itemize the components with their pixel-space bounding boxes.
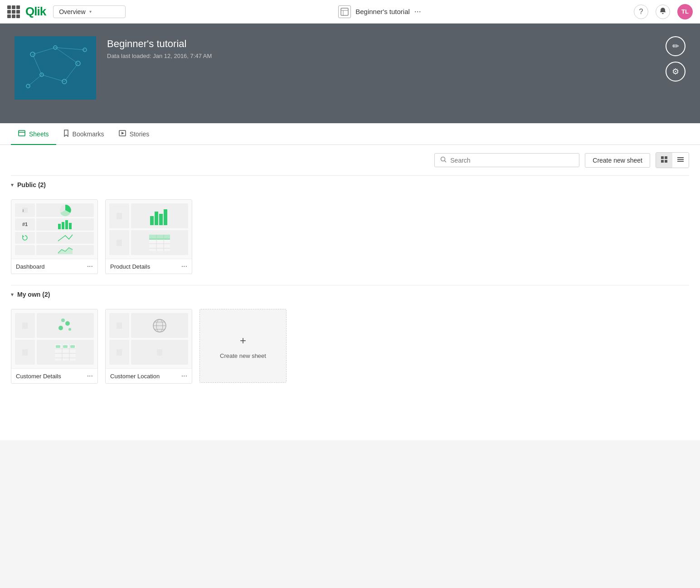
svg-rect-57 — [22, 349, 28, 356]
apps-menu-icon[interactable] — [7, 5, 20, 18]
hero-title: Beginner's tutorial — [107, 38, 212, 50]
hero-subtitle: Data last loaded: Jan 12, 2016, 7:47 AM — [107, 53, 212, 59]
avatar-initials: TL — [681, 8, 689, 15]
dash-refresh-widget — [15, 232, 35, 244]
stories-icon — [119, 130, 126, 138]
app-title: Beginner's tutorial — [355, 8, 410, 15]
edit-icon: ✏ — [672, 41, 679, 51]
svg-marker-21 — [122, 132, 124, 135]
view-toggle — [656, 152, 689, 168]
dash-line-widget — [36, 232, 94, 244]
hero-section: Beginner's tutorial Data last loaded: Ja… — [0, 24, 700, 123]
my-own-section-label: My own (2) — [17, 291, 50, 298]
tab-stories-label: Stories — [130, 130, 150, 138]
svg-rect-26 — [661, 160, 664, 163]
app-thumbnail — [15, 36, 96, 100]
my-own-chevron-icon: ▾ — [11, 292, 14, 298]
my-own-cards-grid: Customer Details ··· — [11, 309, 689, 384]
app-more-button[interactable]: ··· — [414, 7, 421, 16]
sheet-card-customer-details[interactable]: Customer Details ··· — [11, 309, 98, 384]
grid-view-icon — [661, 157, 668, 164]
create-new-sheet-label: Create new sheet — [593, 157, 642, 164]
dashboard-card-title: Dashboard — [16, 263, 45, 270]
nav-center: Beginner's tutorial ··· — [126, 5, 634, 18]
toolbar: Create new sheet — [0, 145, 700, 175]
dash-cell-1 — [15, 203, 35, 217]
cd-left-2 — [15, 340, 35, 365]
tab-bookmarks-label: Bookmarks — [73, 130, 104, 138]
dash-pie-widget — [36, 203, 94, 217]
svg-rect-73 — [117, 349, 122, 356]
sheet-card-dashboard[interactable]: #1 — [11, 199, 98, 274]
settings-button[interactable]: ⚙ — [666, 62, 685, 82]
nav-right-actions: ? TL — [634, 4, 693, 19]
search-icon — [440, 156, 447, 164]
bell-icon — [659, 7, 666, 16]
my-own-section-header[interactable]: ▾ My own (2) — [11, 285, 689, 304]
dashboard-preview: #1 — [11, 200, 97, 259]
cl-left-3 — [131, 340, 188, 365]
public-section-header[interactable]: ▾ Public (2) — [11, 175, 689, 194]
sheet-card-product-details[interactable]: Product Details ··· — [105, 199, 192, 274]
sheet-card-customer-location[interactable]: Customer Location ··· — [105, 309, 192, 384]
dash-bar-widget — [36, 218, 94, 231]
create-new-sheet-card[interactable]: + Create new sheet — [199, 309, 287, 383]
search-input[interactable] — [450, 157, 574, 164]
svg-rect-65 — [63, 345, 68, 348]
prod-left-1 — [109, 203, 129, 228]
tab-sheets-label: Sheets — [29, 130, 49, 138]
help-button[interactable]: ? — [634, 5, 648, 19]
dashboard-more-button[interactable]: ··· — [87, 263, 93, 270]
dash-area-left — [15, 245, 35, 255]
prod-bar-widget — [131, 203, 188, 228]
settings-icon: ⚙ — [672, 67, 679, 77]
svg-rect-18 — [19, 130, 25, 136]
customer-location-card-footer: Customer Location ··· — [106, 368, 192, 383]
notifications-button[interactable] — [656, 5, 670, 19]
tab-bookmarks[interactable]: Bookmarks — [56, 123, 112, 145]
customer-location-more-button[interactable]: ··· — [181, 372, 187, 380]
svg-rect-40 — [150, 216, 154, 225]
tab-stories[interactable]: Stories — [112, 123, 157, 145]
svg-rect-36 — [65, 220, 68, 229]
svg-rect-34 — [58, 224, 61, 229]
public-chevron-icon: ▾ — [11, 182, 14, 188]
create-new-sheet-card-label: Create new sheet — [220, 352, 266, 359]
svg-rect-0 — [341, 8, 348, 15]
svg-rect-35 — [62, 222, 64, 229]
cd-left-1 — [15, 313, 35, 338]
customer-location-card-title: Customer Location — [110, 373, 160, 380]
overview-dropdown[interactable]: Overview ▾ — [53, 5, 126, 18]
svg-rect-43 — [164, 209, 167, 225]
svg-rect-51 — [149, 235, 170, 239]
cl-left-2 — [109, 340, 129, 365]
svg-rect-28 — [677, 157, 684, 158]
svg-rect-37 — [69, 223, 72, 229]
svg-line-23 — [445, 161, 447, 163]
svg-point-55 — [68, 328, 71, 331]
tab-sheets[interactable]: Sheets — [11, 123, 56, 145]
my-own-section: ▾ My own (2) — [0, 285, 700, 395]
product-details-card-title: Product Details — [110, 263, 150, 270]
cl-left-1 — [109, 313, 129, 338]
public-cards-grid: #1 — [11, 199, 689, 274]
svg-rect-29 — [677, 159, 684, 160]
svg-point-22 — [441, 157, 445, 161]
svg-rect-41 — [155, 212, 158, 225]
edit-button[interactable]: ✏ — [666, 36, 685, 56]
customer-details-preview — [11, 309, 97, 368]
svg-point-54 — [65, 321, 70, 326]
svg-rect-30 — [677, 161, 684, 162]
grid-view-button[interactable] — [656, 153, 672, 168]
create-new-sheet-button[interactable]: Create new sheet — [585, 153, 650, 168]
public-section-label: Public (2) — [17, 181, 46, 188]
list-view-button[interactable] — [672, 153, 689, 168]
product-preview — [106, 200, 192, 259]
svg-rect-39 — [117, 213, 122, 219]
user-avatar[interactable]: TL — [677, 4, 693, 19]
dash-hash-widget: #1 — [15, 218, 35, 231]
cd-table-widget — [37, 340, 94, 365]
plus-icon: + — [235, 333, 251, 349]
customer-details-more-button[interactable]: ··· — [87, 372, 93, 380]
product-details-more-button[interactable]: ··· — [181, 263, 187, 270]
